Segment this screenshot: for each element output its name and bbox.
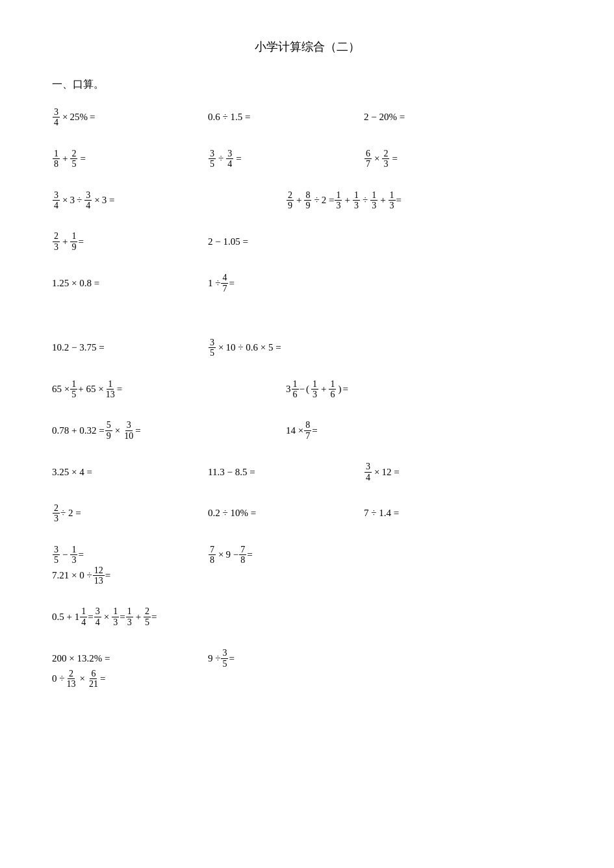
problem-row-4: 23 + 19 = 2 − 1.05 = — [52, 231, 562, 252]
problem-row-11: 35 − 13 = 78 ×9 − 78 = 7.21 × 0 ÷ 1213 = — [52, 545, 562, 586]
problem-row-1: 34 ×25%= 0.6 ÷ 1.5 = 2 − 20% = — [52, 107, 562, 128]
problem-3-1: 34 ×3÷ 34 ×3 = — [52, 190, 286, 211]
problem-11-1: 35 − 13 = — [52, 545, 208, 565]
problem-row-3: 34 ×3÷ 34 ×3 = 29 + 89 ÷2 = 13 + 13 ÷ 13… — [52, 190, 562, 211]
problem-5-1: 1.25 × 0.8 = — [52, 278, 208, 289]
page-title: 小学计算综合（二） — [52, 39, 562, 55]
problem-row-5: 1.25 × 0.8 = 1 ÷ 47 = — [52, 273, 562, 293]
problem-7-1: 65 × 15 + 65 × 113 = — [52, 379, 286, 400]
problem-row-12: 0.5 + 1 14 = 34 × 13 = 13 + 25 = — [52, 606, 562, 627]
problem-2-2: 35 ÷ 34 = — [208, 149, 364, 169]
problem-2-1: 18 + 25 = — [52, 149, 208, 169]
problem-13-3: 0 ÷ 213 × 621 = — [52, 669, 286, 689]
problem-8-2: 14 × 87 = — [286, 420, 442, 441]
problem-row-2: 18 + 25 = 35 ÷ 34 = 67 × 23 = — [52, 149, 562, 169]
problem-3-2: 29 + 89 ÷2 = 13 + 13 ÷ 13 + 13 = — [286, 190, 520, 211]
problem-row-13: 200 × 13.2% = 9 ÷ 35 = 0 ÷ 213 × 621 = — [52, 648, 562, 689]
problem-9-3: 34 ×12 = — [364, 462, 520, 482]
problem-6-1: 10.2 − 3.75 = — [52, 342, 208, 353]
problem-10-1: 23 ÷ 2 = — [52, 503, 208, 524]
problem-4-2: 2 − 1.05 = — [208, 236, 364, 247]
section-header: 一、口算。 — [52, 78, 562, 92]
problem-12-1: 0.5 + 1 14 = 34 × 13 = 13 + 25 = — [52, 606, 325, 627]
problem-10-3: 7 ÷ 1.4 = — [364, 508, 520, 519]
problem-13-1: 200 × 13.2% = — [52, 653, 208, 664]
problem-6-2: 35 ×10 ÷ 0.6 × 5 = — [208, 338, 442, 358]
problem-row-9: 3.25 × 4 = 11.3 − 8.5 = 34 ×12 = — [52, 462, 562, 482]
problem-11-2: 78 ×9 − 78 = — [208, 545, 442, 565]
problem-11-3: 7.21 × 0 ÷ 1213 = — [52, 565, 286, 586]
problem-5-2: 1 ÷ 47 = — [208, 273, 364, 293]
problem-7-2: 3 16 − ( 13 + 16 ) = — [286, 379, 520, 400]
problem-10-2: 0.2 ÷ 10% = — [208, 508, 364, 519]
problem-row-10: 23 ÷ 2 = 0.2 ÷ 10% = 7 ÷ 1.4 = — [52, 503, 562, 524]
problem-9-1: 3.25 × 4 = — [52, 467, 208, 478]
problem-row-6: 10.2 − 3.75 = 35 ×10 ÷ 0.6 × 5 = — [52, 338, 562, 358]
problem-9-2: 11.3 − 8.5 = — [208, 467, 364, 478]
problem-1-1: 34 ×25%= — [52, 107, 208, 128]
problem-8-1: 0.78 + 0.32 = 59 × 310 = — [52, 420, 286, 441]
problem-1-3: 2 − 20% = — [364, 112, 520, 123]
problem-13-2: 9 ÷ 35 = — [208, 648, 364, 669]
problem-row-7: 65 × 15 + 65 × 113 = 3 16 − ( 13 + 16 ) … — [52, 379, 562, 400]
problem-row-8: 0.78 + 0.32 = 59 × 310 = 14 × 87 = — [52, 420, 562, 441]
problem-2-3: 67 × 23 = — [364, 149, 520, 169]
problem-4-1: 23 + 19 = — [52, 231, 208, 252]
problem-1-2: 0.6 ÷ 1.5 = — [208, 112, 364, 123]
